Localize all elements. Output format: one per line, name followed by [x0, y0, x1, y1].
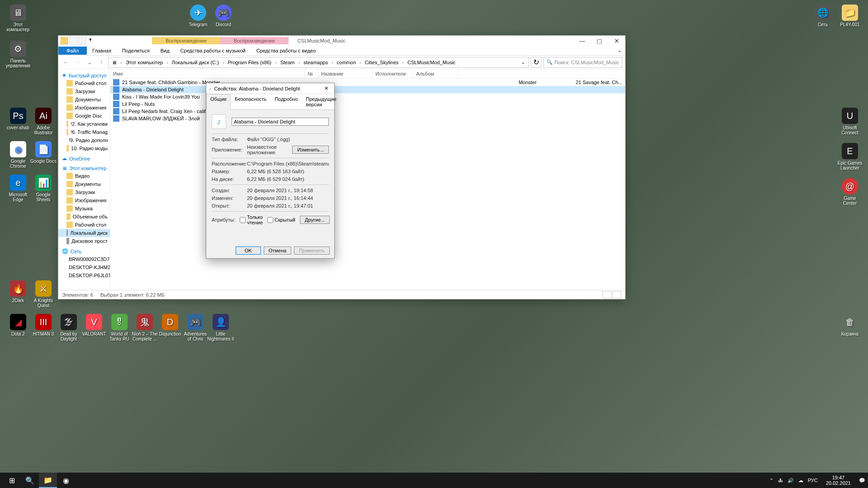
- desktop-icon[interactable]: 🖥Этот компьютер: [5, 5, 32, 32]
- sb-onedrive[interactable]: ☁ OneDrive: [58, 155, 110, 162]
- tray-cloud-icon[interactable]: ☁: [798, 478, 803, 483]
- tab-file[interactable]: Файл: [58, 47, 87, 55]
- search-input[interactable]: 🔍 Поиск: CSLMusicMod_Music: [543, 57, 622, 68]
- start-button[interactable]: ⊞: [3, 473, 21, 488]
- sidebar-item[interactable]: Загрузки: [58, 87, 110, 95]
- sidebar-item[interactable]: Рабочий стол: [58, 79, 110, 87]
- recent-button[interactable]: ⌄: [85, 57, 95, 67]
- tab-security[interactable]: Безопасность: [231, 94, 270, 109]
- sidebar-item[interactable]: Google Disc: [58, 112, 110, 120]
- sidebar-item[interactable]: BRW008092C3D7: [58, 255, 110, 263]
- up-button[interactable]: ↑: [96, 57, 106, 67]
- tray-volume-icon[interactable]: 🔊: [787, 478, 794, 483]
- desktop-icon[interactable]: VVALORANT: [81, 314, 108, 336]
- desktop-icon[interactable]: 🎮Adventures of Chris: [182, 314, 209, 341]
- tab-previous[interactable]: Предыдущие версии: [302, 94, 340, 109]
- desktop-icon[interactable]: EEpic Games Launcher: [836, 143, 863, 171]
- sidebar-item[interactable]: Дисковое прост: [58, 237, 110, 245]
- sb-pc[interactable]: 🖥 Этот компьютер: [58, 165, 110, 172]
- playback-tab[interactable]: Воспроизведение: [220, 37, 289, 44]
- back-button[interactable]: ←: [61, 57, 71, 67]
- desktop-icon[interactable]: 🎖World of Tanks RU: [106, 314, 133, 341]
- desktop-icon[interactable]: 鬼Nioh 2 – The Complete ...: [131, 314, 158, 341]
- sidebar-item[interactable]: DESKTOP-P6JL0T: [58, 271, 110, 280]
- sidebar-item[interactable]: Локальный диск: [58, 229, 110, 237]
- desktop-icon-telegram[interactable]: ✈Telegram: [185, 5, 212, 27]
- taskbar-explorer[interactable]: 📁: [39, 473, 57, 488]
- desktop-icon[interactable]: Pscover-shab: [5, 108, 32, 130]
- ribbon-caret-icon[interactable]: ⌄: [614, 47, 625, 53]
- sidebar-item[interactable]: !2. Как установи: [58, 120, 110, 128]
- tab-home[interactable]: Главная: [87, 47, 117, 55]
- hidden-checkbox[interactable]: Скрытый: [267, 217, 295, 223]
- desktop-icon[interactable]: @Game Center: [836, 178, 863, 206]
- forward-button[interactable]: →: [73, 57, 83, 67]
- tab-view[interactable]: Вид: [155, 47, 175, 55]
- desktop-icon[interactable]: 📄Google Docs: [30, 141, 57, 164]
- sb-quick[interactable]: ★ Быстрый доступ: [58, 71, 110, 79]
- sidebar-item[interactable]: 10. Радио моды: [58, 144, 110, 152]
- column-headers[interactable]: Имя № Название Исполнители Альбом: [110, 69, 625, 79]
- file-row[interactable]: Lil Peep - Nuts: [110, 100, 625, 108]
- sidebar-item[interactable]: Документы: [58, 180, 110, 188]
- sidebar-item[interactable]: Видео: [58, 172, 110, 180]
- file-row[interactable]: 21 Savage feat. Childish Gambino - Monst…: [110, 79, 625, 86]
- desktop-icon[interactable]: 🌐Сеть: [809, 5, 836, 27]
- minimize-button[interactable]: —: [574, 36, 591, 46]
- cancel-button[interactable]: Отмена: [264, 246, 291, 255]
- breadcrumb[interactable]: 🖥› Этот компьютер› Локальный диск (C:)› …: [108, 57, 529, 68]
- desktop-icon-discord[interactable]: 🎮Discord: [210, 5, 237, 27]
- desktop-icon[interactable]: UUbisoft Connect: [836, 108, 863, 135]
- file-row[interactable]: Alabama - Dixieland Delight: [110, 86, 625, 93]
- desktop-icon[interactable]: 🌫Dead by Daylight: [55, 314, 82, 341]
- tab-music[interactable]: Средства работы с музыкой: [175, 47, 251, 55]
- sb-network[interactable]: 🌐 Сеть: [58, 247, 110, 255]
- sidebar-item[interactable]: Рабочий стол: [58, 221, 110, 229]
- sidebar-item[interactable]: Загрузки: [58, 188, 110, 196]
- view-icons-button[interactable]: [612, 291, 621, 298]
- desktop-icon[interactable]: AiAdobe Illustrator: [30, 108, 57, 135]
- filename-input[interactable]: [232, 118, 329, 126]
- tab-details[interactable]: Подробно: [270, 94, 302, 109]
- readonly-checkbox[interactable]: Только чтение: [240, 214, 263, 225]
- tray-lang[interactable]: РУС: [808, 478, 818, 483]
- tray-network-icon[interactable]: 🖧: [778, 478, 783, 483]
- sidebar-item[interactable]: !6. Traffic Manag: [58, 128, 110, 136]
- close-button[interactable]: ✕: [608, 36, 625, 46]
- change-app-button[interactable]: Изменить...: [292, 146, 329, 154]
- taskbar-clock[interactable]: 19:4720.02.2021: [822, 475, 854, 486]
- desktop-icon[interactable]: 👤Little Nightmares II: [207, 314, 234, 341]
- desktop-icon[interactable]: ◉Google Chrome: [5, 141, 32, 169]
- tab-share[interactable]: Поделиться: [117, 47, 155, 55]
- file-row[interactable]: SLAVA MARLOW ЭЛДЖЕЙ - Злой: [110, 115, 625, 122]
- desktop-icon-recycle[interactable]: 🗑Корзина: [836, 314, 863, 336]
- sidebar-item[interactable]: Изображения: [58, 196, 110, 204]
- playback-tab[interactable]: Воспроизведение: [152, 37, 220, 44]
- desktop-icon[interactable]: ⚙Панель управления: [5, 41, 32, 68]
- desktop-icon[interactable]: 📁PL4Y-001: [836, 5, 863, 27]
- view-details-button[interactable]: [602, 291, 612, 298]
- file-row[interactable]: Kiss - I Was Made For Lovin39 You: [110, 93, 625, 100]
- refresh-button[interactable]: ↻: [531, 57, 541, 68]
- sidebar-item[interactable]: DESKTOP-KJHM2: [58, 263, 110, 271]
- search-button[interactable]: 🔍: [21, 473, 39, 488]
- close-button[interactable]: ✕: [321, 85, 332, 91]
- tab-video[interactable]: Средства работы с видео: [251, 47, 321, 55]
- tab-general[interactable]: Общие: [206, 94, 231, 110]
- sidebar-item[interactable]: Документы: [58, 95, 110, 104]
- desktop-icon[interactable]: 📊Google Sheets: [30, 175, 57, 202]
- sidebar-item[interactable]: Музыка: [58, 204, 110, 213]
- desktop-icon[interactable]: ◢Dota 2: [5, 314, 32, 336]
- sidebar-item[interactable]: Объемные объ: [58, 213, 110, 221]
- sidebar-item[interactable]: !9. Радио дополн: [58, 136, 110, 144]
- maximize-button[interactable]: ▢: [591, 36, 608, 46]
- file-row[interactable]: Lil Peep Nedarb feat. Craig Xen - califo…: [110, 108, 625, 115]
- tray-notifications-icon[interactable]: 💬: [859, 478, 865, 483]
- desktop-icon[interactable]: eMicrosoft Edge: [5, 175, 32, 202]
- other-attr-button[interactable]: Другие...: [300, 216, 330, 224]
- desktop-icon[interactable]: DDisjunction: [157, 314, 184, 336]
- desktop-icon[interactable]: IIIHITMAN 3: [30, 314, 57, 336]
- tray-caret-icon[interactable]: ⌃: [769, 478, 773, 483]
- sidebar-item[interactable]: Изображения: [58, 104, 110, 112]
- ok-button[interactable]: OK: [236, 246, 261, 255]
